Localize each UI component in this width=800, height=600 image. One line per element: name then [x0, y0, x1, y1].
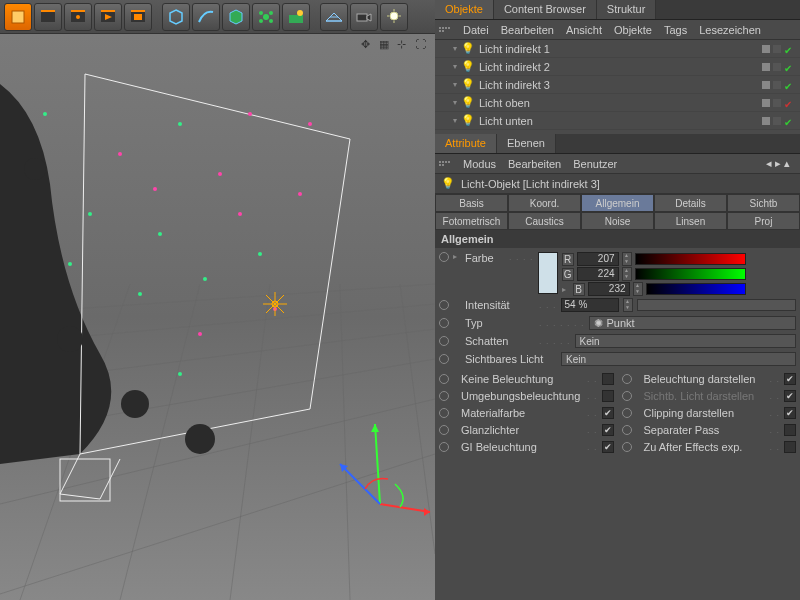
dropdown-sichtbares[interactable]: Kein: [561, 352, 796, 366]
layer-dot[interactable]: [762, 81, 770, 89]
tool-camera[interactable]: [350, 3, 378, 31]
expand-arrow-icon[interactable]: ▸: [453, 252, 461, 261]
menu-tags[interactable]: Tags: [664, 24, 687, 36]
layer-dot[interactable]: [762, 45, 770, 53]
tool-film2[interactable]: [64, 3, 92, 31]
tool-array[interactable]: [252, 3, 280, 31]
expand-b-arrow[interactable]: ▸: [562, 285, 570, 294]
input-b[interactable]: 232: [588, 282, 630, 296]
tab-attribute[interactable]: Attribute: [435, 134, 497, 153]
visibility-toggle[interactable]: ✔: [784, 63, 792, 71]
radio-intensitaet[interactable]: [439, 300, 449, 310]
layer-dot[interactable]: [773, 45, 781, 53]
nav-arrows[interactable]: ◂ ▸ ▴: [766, 157, 796, 170]
checkbox[interactable]: [602, 373, 614, 385]
spinner-r[interactable]: ▲▼: [622, 252, 632, 266]
tool-film3[interactable]: [94, 3, 122, 31]
radio-3[interactable]: [439, 425, 449, 435]
tab-objekte[interactable]: Objekte: [435, 0, 494, 19]
layer-dot[interactable]: [773, 117, 781, 125]
vp-settings-icon[interactable]: ▦: [379, 38, 393, 52]
radio-schatten[interactable]: [439, 336, 449, 346]
visibility-toggle[interactable]: ✔: [784, 45, 792, 53]
input-intensitaet[interactable]: 54 %: [561, 298, 619, 312]
layer-dot[interactable]: [762, 99, 770, 107]
spinner-b[interactable]: ▲▼: [633, 282, 643, 296]
object-row-3[interactable]: ▾ 💡 Licht oben✔: [435, 94, 800, 112]
tool-spline[interactable]: [192, 3, 220, 31]
tool-film4[interactable]: [124, 3, 152, 31]
visibility-toggle[interactable]: ✔: [784, 81, 792, 89]
checkbox[interactable]: [784, 441, 796, 453]
grip-icon[interactable]: [439, 27, 451, 32]
dropdown-schatten[interactable]: Kein: [575, 334, 796, 348]
radio-4[interactable]: [622, 442, 632, 452]
menu-objekte[interactable]: Objekte: [614, 24, 652, 36]
checkbox[interactable]: ✔: [784, 390, 796, 402]
tool-floor[interactable]: [320, 3, 348, 31]
radio-3[interactable]: [622, 425, 632, 435]
dropdown-typ[interactable]: ✺Punkt: [589, 316, 796, 330]
object-row-1[interactable]: ▾ 💡 Licht indirekt 2✔: [435, 58, 800, 76]
vp-expand-icon[interactable]: ⛶: [415, 38, 429, 52]
slider-b[interactable]: [646, 283, 746, 295]
tool-light[interactable]: [380, 3, 408, 31]
menu-datei[interactable]: Datei: [463, 24, 489, 36]
spinner-intensitaet[interactable]: ▲▼: [623, 298, 633, 312]
slider-r[interactable]: [635, 253, 746, 265]
prop-tab-details[interactable]: Details: [654, 194, 727, 212]
layer-dot[interactable]: [762, 117, 770, 125]
checkbox[interactable]: [602, 390, 614, 402]
layer-dot[interactable]: [773, 63, 781, 71]
prop-tab-koord.[interactable]: Koord.: [508, 194, 581, 212]
viewport-3d[interactable]: ✥ ▦ ⊹ ⛶: [0, 34, 435, 600]
radio-2[interactable]: [439, 408, 449, 418]
prop-tab-basis[interactable]: Basis: [435, 194, 508, 212]
checkbox[interactable]: ✔: [784, 373, 796, 385]
tab-content-browser[interactable]: Content Browser: [494, 0, 597, 19]
object-row-0[interactable]: ▾ 💡 Licht indirekt 1✔: [435, 40, 800, 58]
checkbox[interactable]: ✔: [602, 441, 614, 453]
tab-struktur[interactable]: Struktur: [597, 0, 657, 19]
tool-cube[interactable]: [4, 3, 32, 31]
menu-bearbeiten2[interactable]: Bearbeiten: [508, 158, 561, 170]
radio-farbe[interactable]: [439, 252, 449, 262]
tab-ebenen[interactable]: Ebenen: [497, 134, 556, 153]
layer-dot[interactable]: [773, 81, 781, 89]
menu-benutzer[interactable]: Benutzer: [573, 158, 617, 170]
radio-4[interactable]: [439, 442, 449, 452]
object-row-4[interactable]: ▾ 💡 Licht unten✔: [435, 112, 800, 130]
tool-nurbs[interactable]: [222, 3, 250, 31]
vp-move-icon[interactable]: ✥: [361, 38, 375, 52]
checkbox[interactable]: ✔: [784, 407, 796, 419]
checkbox[interactable]: ✔: [602, 407, 614, 419]
prop-tab-caustics[interactable]: Caustics: [508, 212, 581, 230]
layer-dot[interactable]: [773, 99, 781, 107]
prop-tab-proj[interactable]: Proj: [727, 212, 800, 230]
spinner-g[interactable]: ▲▼: [622, 267, 632, 281]
layer-dot[interactable]: [762, 63, 770, 71]
prop-tab-linsen[interactable]: Linsen: [654, 212, 727, 230]
menu-bearbeiten[interactable]: Bearbeiten: [501, 24, 554, 36]
slider-intensitaet[interactable]: [637, 299, 796, 311]
radio-typ[interactable]: [439, 318, 449, 328]
input-g[interactable]: 224: [577, 267, 619, 281]
grip-icon[interactable]: [439, 161, 451, 166]
menu-modus[interactable]: Modus: [463, 158, 496, 170]
menu-ansicht[interactable]: Ansicht: [566, 24, 602, 36]
tool-scene[interactable]: [282, 3, 310, 31]
checkbox[interactable]: [784, 424, 796, 436]
radio-2[interactable]: [622, 408, 632, 418]
vp-axis-icon[interactable]: ⊹: [397, 38, 411, 52]
prop-tab-noise[interactable]: Noise: [581, 212, 654, 230]
prop-tab-allgemein[interactable]: Allgemein: [581, 194, 654, 212]
prop-tab-fotometrisch[interactable]: Fotometrisch: [435, 212, 508, 230]
radio-0[interactable]: [439, 374, 449, 384]
tool-film1[interactable]: [34, 3, 62, 31]
radio-0[interactable]: [622, 374, 632, 384]
visibility-toggle[interactable]: ✔: [784, 117, 792, 125]
tool-primitive[interactable]: [162, 3, 190, 31]
radio-sichtbares[interactable]: [439, 354, 449, 364]
checkbox[interactable]: ✔: [602, 424, 614, 436]
menu-lesezeichen[interactable]: Lesezeichen: [699, 24, 761, 36]
